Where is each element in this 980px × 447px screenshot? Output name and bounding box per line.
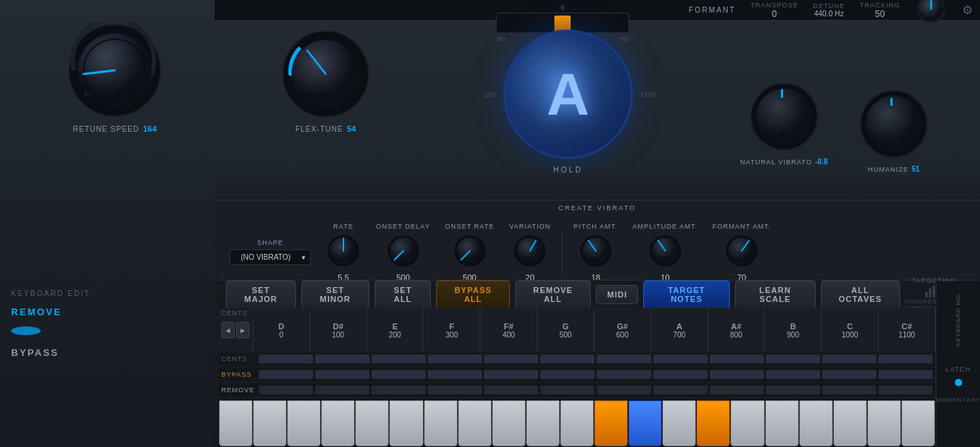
cents-slider-e[interactable]: [372, 354, 426, 363]
remove-row: REMOVE: [218, 383, 936, 397]
cents-slider-c[interactable]: [822, 354, 876, 363]
bypass-cell-ds[interactable]: [315, 370, 369, 379]
white-key-b1[interactable]: [424, 400, 457, 446]
bypass-cell-d[interactable]: [259, 370, 313, 379]
white-key-e3[interactable]: [765, 400, 799, 446]
bypass-cell-gs[interactable]: [597, 370, 651, 379]
cents-slider-fs[interactable]: [484, 354, 538, 363]
learn-scale-button[interactable]: LEARN SCALE: [735, 280, 816, 309]
white-key-b2[interactable]: [662, 400, 696, 446]
create-vibrato-label: CREATE VIBRATO: [558, 204, 636, 212]
nav-left-arrow[interactable]: ◄: [221, 322, 235, 338]
tracking-value-top: 50: [875, 9, 885, 19]
bypass-cell-e[interactable]: [372, 370, 426, 379]
bypass-cell-f[interactable]: [428, 370, 482, 379]
bypass-cell-cs[interactable]: [879, 370, 933, 379]
variation-knob[interactable]: [512, 233, 548, 272]
white-key-g2-orange[interactable]: [594, 400, 628, 446]
white-key-g1[interactable]: [355, 400, 389, 446]
top-panel: FORMANT TRANSPOSE 0 DETUNE 440.0 Hz TRAC…: [0, 0, 980, 200]
white-key-a3[interactable]: [867, 400, 901, 446]
variation-section: VARIATION 20: [502, 208, 558, 282]
cents-slider-f[interactable]: [428, 354, 482, 363]
nav-right-arrow[interactable]: ►: [236, 322, 249, 338]
remove-cell-gs[interactable]: [597, 386, 651, 394]
onset-delay-knob[interactable]: [386, 233, 421, 272]
retune-speed-knob-container: RETUNE SPEED 164: [67, 22, 163, 133]
remove-cell-fs[interactable]: [484, 386, 538, 394]
onset-delay-section: ONSET DELAY 500: [369, 208, 437, 282]
remove-cell-e[interactable]: [372, 386, 426, 394]
bypass-cell-as[interactable]: [710, 370, 764, 379]
white-key-e2[interactable]: [526, 400, 560, 446]
remove-all-button[interactable]: REMOVE ALL: [515, 280, 591, 309]
cents-slider-d[interactable]: [259, 354, 313, 363]
amplitude-amt-knob[interactable]: [648, 233, 683, 272]
rate-section: RATE 5.5: [318, 208, 369, 282]
white-key-c2[interactable]: [458, 400, 491, 446]
onset-rate-knob[interactable]: [452, 233, 488, 272]
bypass-button-left[interactable]: BYPASS: [11, 347, 204, 358]
bypass-all-button[interactable]: BYPASS ALL: [436, 280, 509, 309]
set-all-button[interactable]: SET ALL: [375, 280, 431, 309]
white-key-d1[interactable]: [253, 400, 286, 446]
midi-button[interactable]: MIDI: [596, 285, 638, 304]
shape-dropdown[interactable]: (NO VIBRATO) ▼: [229, 249, 311, 265]
cents-slider-cells: [259, 354, 936, 363]
pitch-knob-large[interactable]: A: [503, 30, 633, 159]
remove-cell-f[interactable]: [428, 386, 482, 394]
cents-label-cell: CENTS: [218, 308, 259, 320]
white-key-e1[interactable]: [287, 400, 320, 446]
bypass-cell-fs[interactable]: [484, 370, 538, 379]
humanize-knob[interactable]: [859, 89, 929, 162]
settings-icon[interactable]: ⚙: [962, 3, 973, 17]
cents-slider-b[interactable]: [766, 354, 820, 363]
cents-slider-ds[interactable]: [315, 354, 369, 363]
remove-cell-as[interactable]: [710, 386, 764, 394]
cents-slider-gs[interactable]: [597, 354, 651, 363]
cents-slider-g[interactable]: [540, 354, 594, 363]
remove-cell-cs[interactable]: [879, 386, 933, 394]
cents-slider-cs[interactable]: [879, 354, 933, 363]
set-major-button[interactable]: SET MAJOR: [226, 280, 296, 309]
flex-tune-knob[interactable]: [281, 30, 370, 121]
remove-cell-d[interactable]: [259, 386, 313, 394]
white-key-f3[interactable]: [799, 400, 833, 446]
bypass-cell-a[interactable]: [654, 370, 708, 379]
create-vibrato-panel: CREATE VIBRATO SHAPE (NO VIBRATO) ▼ RATE: [215, 200, 980, 289]
svg-rect-14: [890, 98, 893, 106]
white-key-c1[interactable]: [219, 400, 252, 446]
white-key-a2-blue[interactable]: [628, 400, 662, 446]
tracking-knob[interactable]: [915, 0, 947, 28]
rate-knob[interactable]: [326, 233, 361, 272]
formant-amt-knob[interactable]: [724, 233, 759, 272]
bypass-cell-c[interactable]: [822, 370, 876, 379]
remove-cell-a[interactable]: [654, 386, 708, 394]
remove-cell-c[interactable]: [822, 386, 876, 394]
natural-vibrato-knob[interactable]: [749, 81, 819, 155]
onset-rate-section: ONSET RATE 500: [437, 208, 502, 282]
retune-speed-knob[interactable]: [67, 22, 163, 121]
set-minor-button[interactable]: SET MINOR: [301, 280, 369, 309]
all-octaves-button[interactable]: ALL OCTAVES: [821, 280, 900, 309]
white-key-f1[interactable]: [321, 400, 355, 446]
white-key-d3[interactable]: [731, 400, 764, 446]
cents-slider-a[interactable]: [654, 354, 708, 363]
bypass-cell-b[interactable]: [766, 370, 820, 379]
bypass-cell-g[interactable]: [540, 370, 594, 379]
white-key-d2[interactable]: [492, 400, 526, 446]
white-key-b3[interactable]: [902, 400, 935, 446]
remove-cell-ds[interactable]: [315, 386, 369, 394]
white-key-f2[interactable]: [560, 400, 594, 446]
cents-slider-as[interactable]: [710, 354, 764, 363]
pitch-amt-knob[interactable]: [578, 233, 614, 272]
white-key-c3-orange[interactable]: [697, 400, 730, 446]
remove-cell-g[interactable]: [540, 386, 594, 394]
target-notes-button[interactable]: TARGET NOTES: [643, 280, 729, 309]
remove-cell-b[interactable]: [766, 386, 820, 394]
note-dsharp-cell: D# 100: [309, 308, 366, 352]
white-key-g3[interactable]: [833, 400, 867, 446]
remove-button-left[interactable]: REMOVE: [11, 306, 204, 317]
white-key-a1[interactable]: [389, 400, 423, 446]
flex-tune-label: FLEX-TUNE: [295, 125, 343, 133]
